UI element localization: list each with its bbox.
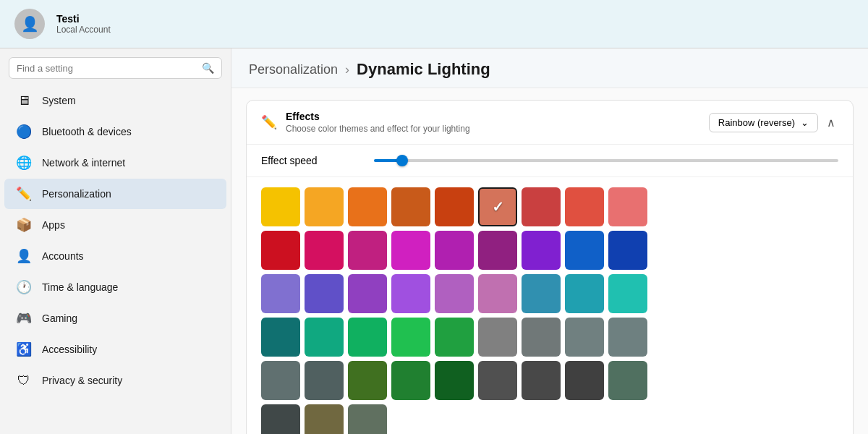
system-icon: 🖥 [16,93,32,109]
sidebar-item-label-apps: Apps [42,219,65,231]
sidebar-item-label-accounts: Accounts [42,250,84,262]
color-swatch[interactable] [305,361,344,400]
color-swatch[interactable] [522,318,561,357]
color-swatch[interactable] [305,318,344,357]
network-icon: 🌐 [16,155,32,171]
sidebar-item-gaming[interactable]: 🎮 Gaming [4,303,226,333]
color-swatch[interactable] [565,231,604,270]
sidebar-item-network[interactable]: 🌐 Network & internet [4,148,226,178]
color-swatch[interactable] [261,274,300,313]
color-swatch[interactable] [478,274,517,313]
color-swatch-empty [652,231,691,270]
collapse-button[interactable]: ∧ [824,113,838,132]
color-swatch[interactable] [261,231,300,270]
search-icon: 🔍 [202,62,214,74]
sidebar-item-time[interactable]: 🕐 Time & language [4,272,226,302]
effects-dropdown[interactable]: Rainbow (reverse) ⌄ [709,113,818,132]
color-swatch[interactable] [522,187,561,226]
color-swatch[interactable] [522,361,561,400]
color-swatch[interactable] [608,318,647,357]
color-swatch[interactable] [608,361,647,400]
effects-subtitle: Choose color themes and effect for your … [286,124,470,134]
color-swatch[interactable] [348,318,387,357]
color-swatch[interactable] [565,274,604,313]
sidebar-item-privacy[interactable]: 🛡 Privacy & security [4,365,226,396]
color-swatch[interactable] [478,231,517,270]
chevron-down-icon: ⌄ [801,117,809,128]
sidebar-item-system[interactable]: 🖥 System [4,85,226,116]
color-swatch[interactable] [261,318,300,357]
sidebar-item-label-bluetooth: Bluetooth & devices [42,126,132,137]
color-swatch[interactable] [391,361,430,400]
color-swatch[interactable] [435,274,474,313]
color-swatch[interactable] [522,231,561,270]
color-swatch-empty [652,404,691,434]
color-swatch[interactable] [391,318,430,357]
sidebar-item-accessibility[interactable]: ♿ Accessibility [4,334,226,365]
color-swatch[interactable] [608,231,647,270]
color-swatch[interactable] [305,231,344,270]
content-body: ✏️ Effects Choose color themes and effec… [231,88,868,434]
color-grid-area [247,177,853,434]
color-swatch[interactable] [478,318,517,357]
sidebar: 🔍 🖥 System 🔵 Bluetooth & devices 🌐 Netwo… [0,48,231,434]
color-swatch[interactable] [305,187,344,226]
sidebar-item-bluetooth[interactable]: 🔵 Bluetooth & devices [4,116,226,147]
color-swatch[interactable] [305,404,344,434]
color-swatch[interactable] [348,231,387,270]
color-swatch[interactable] [261,361,300,400]
breadcrumb-parent: Personalization [249,62,338,77]
privacy-icon: 🛡 [16,373,32,388]
main-content: Personalization › Dynamic Lighting ✏️ Ef… [231,48,868,434]
effects-title-group: ✏️ Effects Choose color themes and effec… [261,111,470,134]
color-swatch[interactable] [261,187,300,226]
color-swatch[interactable] [261,404,300,434]
effects-card: ✏️ Effects Choose color themes and effec… [246,100,854,434]
gaming-icon: 🎮 [16,310,32,326]
color-swatch[interactable] [391,274,430,313]
user-info: Testi Local Account [56,13,111,35]
sidebar-item-label-privacy: Privacy & security [42,375,122,386]
color-swatch[interactable] [608,187,647,226]
color-swatch[interactable] [435,318,474,357]
color-swatch[interactable] [435,361,474,400]
bluetooth-icon: 🔵 [16,124,32,140]
color-swatch-empty [391,404,430,434]
color-swatch[interactable] [435,187,474,226]
search-input[interactable] [17,63,196,74]
color-swatch[interactable] [522,274,561,313]
sidebar-item-accounts[interactable]: 👤 Accounts [4,241,226,271]
sidebar-item-apps[interactable]: 📦 Apps [4,210,226,240]
color-swatch[interactable] [608,274,647,313]
color-swatch[interactable] [348,274,387,313]
accounts-icon: 👤 [16,248,32,264]
color-swatch[interactable] [348,187,387,226]
color-swatch[interactable] [478,187,517,226]
color-swatch[interactable] [565,361,604,400]
color-swatch[interactable] [305,274,344,313]
color-swatch[interactable] [348,404,387,434]
user-sub: Local Account [56,25,111,35]
color-swatch[interactable] [348,361,387,400]
speed-slider[interactable] [374,159,838,162]
color-swatch[interactable] [565,187,604,226]
color-swatch-empty [435,404,474,434]
color-swatch-empty [652,274,691,313]
breadcrumb: Personalization › Dynamic Lighting [231,48,868,88]
color-swatch[interactable] [391,231,430,270]
time-icon: 🕐 [16,279,32,295]
color-swatch[interactable] [478,361,517,400]
color-swatch[interactable] [391,187,430,226]
sidebar-item-personalization[interactable]: ✏️ Personalization [4,179,226,209]
sidebar-item-label-personalization: Personalization [42,188,111,200]
sidebar-item-label-gaming: Gaming [42,312,77,324]
effect-speed-label: Effect speed [261,155,362,166]
color-grid [261,187,838,434]
layout: 🔍 🖥 System 🔵 Bluetooth & devices 🌐 Netwo… [0,48,868,434]
accessibility-icon: ♿ [16,341,32,357]
color-swatch[interactable] [435,231,474,270]
sidebar-item-label-accessibility: Accessibility [42,344,97,355]
search-box[interactable]: 🔍 [9,57,222,79]
speed-slider-container [374,159,838,162]
color-swatch[interactable] [565,318,604,357]
